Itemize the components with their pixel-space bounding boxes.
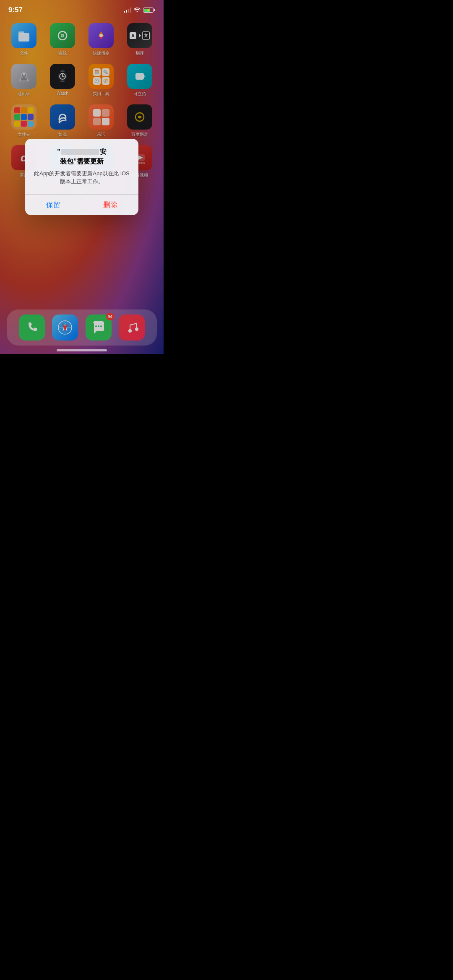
battery-icon: ⚡	[143, 8, 155, 13]
alert-redacted	[61, 149, 99, 155]
status-bar: 9:57 ⚡	[0, 0, 164, 17]
alert-message: 此App的开发者需要更新App以在此 iOS版本上正常工作。	[32, 169, 132, 186]
status-time: 9:57	[8, 6, 23, 14]
alert-overlay: "安 装包”需要更新 此App的开发者需要更新App以在此 iOS版本上正常工作…	[0, 0, 164, 354]
alert-title: "安 装包”需要更新	[32, 147, 132, 166]
alert-title-prefix: "	[57, 148, 60, 155]
status-icons: ⚡	[124, 7, 155, 13]
home-indicator	[57, 349, 107, 351]
alert-delete-button[interactable]: 删除	[82, 195, 139, 215]
alert-title-main: 装包”需要更新	[60, 158, 104, 165]
alert-dialog: "安 装包”需要更新 此App的开发者需要更新App以在此 iOS版本上正常工作…	[25, 139, 138, 215]
signal-icon	[124, 8, 131, 13]
alert-buttons: 保留 删除	[25, 195, 138, 215]
alert-title-char: 安	[100, 148, 107, 155]
alert-keep-button[interactable]: 保留	[25, 195, 82, 215]
alert-content: "安 装包”需要更新 此App的开发者需要更新App以在此 iOS版本上正常工作…	[25, 139, 138, 194]
wifi-icon	[134, 7, 141, 13]
